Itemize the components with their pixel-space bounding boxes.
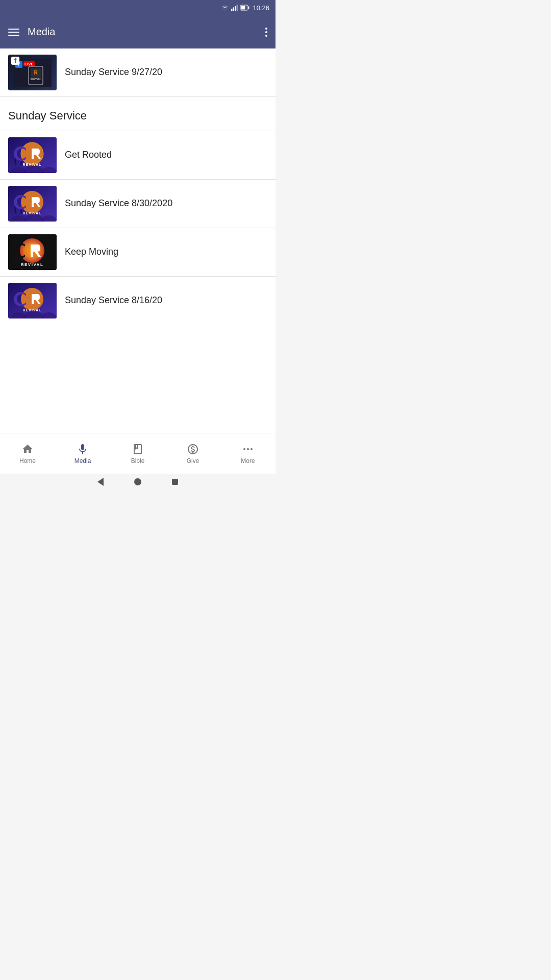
revival-thumbnail: REVIVAL: [8, 137, 57, 173]
more-options-button[interactable]: [265, 28, 267, 37]
nav-label-give: Give: [187, 457, 199, 464]
menu-line-1: [8, 29, 19, 30]
svg-point-51: [247, 448, 249, 450]
svg-line-20: [15, 159, 16, 165]
svg-text:REVIVAL: REVIVAL: [21, 262, 44, 267]
give-icon: [187, 443, 199, 455]
status-icons: [221, 5, 249, 11]
list-item[interactable]: REVIVAL Sunday Service 8/30/2020: [0, 180, 276, 228]
svg-text:REVIVAL: REVIVAL: [23, 308, 42, 312]
media-thumbnail: REVIVAL: [8, 186, 57, 222]
svg-text:REVIVAL: REVIVAL: [31, 78, 41, 81]
back-icon: [97, 478, 104, 486]
svg-text:REVIVAL: REVIVAL: [23, 163, 42, 166]
svg-rect-5: [248, 7, 249, 9]
list-item[interactable]: f LIVE R REVIVAL Sunday Service 9/27/20: [0, 48, 276, 97]
media-item-title: Sunday Service 8/30/2020: [65, 198, 172, 209]
revival-thumbnail: REVIVAL: [8, 186, 57, 222]
nav-item-give[interactable]: Give: [165, 433, 220, 474]
menu-line-3: [8, 35, 19, 36]
bible-icon: [132, 443, 144, 455]
svg-rect-35: [32, 197, 34, 207]
media-thumbnail: REVIVAL: [8, 137, 57, 173]
nav-label-home: Home: [19, 457, 36, 464]
system-nav-bar: [0, 474, 276, 490]
media-thumbnail: REVIVAL: [8, 283, 57, 318]
section-title: Sunday Service: [8, 109, 87, 122]
wifi-icon: [221, 5, 229, 11]
more-dot-2: [265, 31, 267, 33]
section-header: Sunday Service: [0, 97, 276, 131]
revival-dark-thumbnail: REVIVAL: [8, 234, 57, 270]
recents-button[interactable]: [172, 479, 178, 485]
media-item-title: Sunday Service 9/27/20: [65, 66, 162, 78]
svg-point-52: [251, 448, 253, 450]
more-icon: [242, 443, 254, 455]
svg-text:LIVE: LIVE: [24, 62, 34, 66]
svg-rect-2: [235, 6, 236, 11]
home-icon: [134, 478, 141, 485]
recents-icon: [172, 479, 178, 485]
svg-point-50: [243, 448, 245, 450]
svg-rect-39: [31, 244, 33, 257]
revival-thumbnail: REVIVAL: [8, 283, 57, 318]
nav-item-media[interactable]: Media: [55, 433, 110, 474]
home-icon: [21, 443, 34, 455]
svg-rect-1: [233, 8, 235, 11]
nav-label-more: More: [241, 457, 255, 464]
svg-rect-3: [237, 5, 238, 11]
menu-button[interactable]: [8, 29, 19, 36]
svg-line-32: [15, 207, 16, 214]
media-thumbnail: f LIVE R REVIVAL: [8, 55, 57, 90]
bottom-navigation: Home Media Bible Give More: [0, 433, 276, 474]
nav-item-more[interactable]: More: [220, 433, 276, 474]
list-item[interactable]: REVIVAL Get Rooted: [0, 131, 276, 180]
fb-live-thumbnail: f LIVE R REVIVAL: [13, 59, 52, 87]
home-button[interactable]: [134, 478, 141, 485]
svg-text:REVIVAL: REVIVAL: [23, 211, 42, 215]
back-button[interactable]: [97, 478, 104, 486]
svg-rect-26: [32, 149, 34, 159]
more-dot-3: [265, 35, 267, 37]
more-dot-1: [265, 28, 267, 30]
app-title: Media: [28, 26, 257, 38]
media-thumbnail: REVIVAL: [8, 234, 57, 270]
media-item-title: Sunday Service 8/16/20: [65, 295, 162, 306]
media-list: f LIVE R REVIVAL Sunday Service 9/27/20 …: [0, 48, 276, 433]
status-bar: 10:26: [0, 0, 276, 15]
media-item-title: Keep Moving: [65, 246, 118, 258]
svg-text:R: R: [34, 70, 38, 76]
nav-label-media: Media: [74, 457, 91, 464]
list-item[interactable]: REVIVAL Sunday Service 8/16/20: [0, 277, 276, 325]
svg-rect-46: [32, 294, 34, 304]
nav-item-home[interactable]: Home: [0, 433, 55, 474]
signal-icon: [231, 5, 238, 11]
nav-label-bible: Bible: [131, 457, 145, 464]
svg-rect-0: [231, 9, 233, 11]
nav-item-bible[interactable]: Bible: [110, 433, 165, 474]
app-bar: Media: [0, 15, 276, 48]
list-item[interactable]: REVIVAL Keep Moving: [0, 228, 276, 277]
svg-rect-6: [241, 6, 245, 10]
media-item-title: Get Rooted: [65, 149, 112, 161]
battery-icon: [240, 5, 249, 11]
status-time: 10:26: [253, 4, 269, 12]
media-mic-icon: [77, 443, 89, 455]
menu-line-2: [8, 32, 19, 33]
